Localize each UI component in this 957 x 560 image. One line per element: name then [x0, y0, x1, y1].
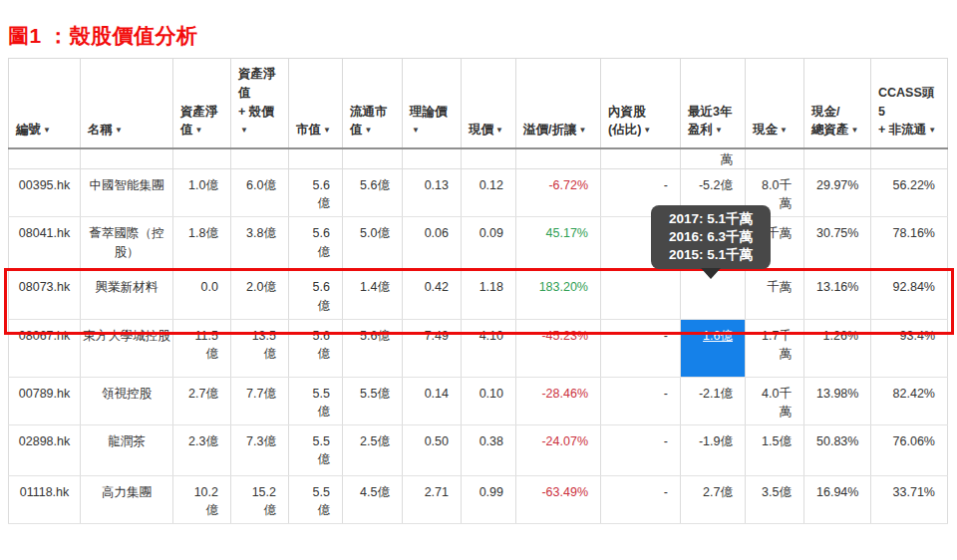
stock-code-cell: 01118.hk	[9, 475, 81, 523]
ccass-top5-cell: 76.06%	[871, 424, 948, 475]
column-header-float_mcap[interactable]: 流通市 值▼	[343, 59, 403, 149]
float-market-cap-cell: 5.5億	[343, 377, 403, 424]
sort-arrow-icon: ▼	[43, 126, 51, 135]
profit-3yr-cell[interactable]: 2.7億	[681, 475, 746, 523]
partial-cell	[804, 148, 871, 169]
column-header-domestic[interactable]: 內資股 (佔比)▼	[601, 59, 681, 149]
partial-cell	[601, 148, 681, 169]
market-cap-cell: 5.6億	[289, 169, 343, 217]
nav-cell: 11.5億	[173, 319, 231, 377]
theoretical-price-cell: 0.13	[403, 169, 462, 217]
table-row: 00789.hk領視控股2.7億7.7億5.5億5.5億0.140.10-28.…	[9, 377, 948, 424]
nav-plus-shell-cell: 2.0億	[231, 271, 289, 319]
cash-to-assets-cell: 29.97%	[804, 169, 871, 217]
partial-cell	[462, 148, 516, 169]
nav-cell: 10.2億	[173, 475, 231, 523]
ccass-top5-cell: 33.71%	[871, 475, 948, 523]
column-header-price[interactable]: 現價▼	[462, 59, 516, 149]
nav-plus-shell-cell: 7.3億	[231, 424, 289, 475]
float-market-cap-cell: 1.4億	[343, 271, 403, 319]
stock-code-cell: 00395.hk	[9, 169, 81, 217]
partial-cell	[81, 148, 173, 169]
shell-stock-table: 編號▼名稱▼資產淨 值▼資產淨 值 + 殼價▼市值▼流通市 值▼理論價▼現價▼溢…	[8, 58, 948, 524]
sort-arrow-icon: ▼	[780, 126, 788, 135]
shell-stock-analysis-page: { "title": "圖1 ：殼股價值分析", "sort_icon": "▼…	[0, 0, 957, 560]
cash-cell: 1.7千萬	[746, 319, 804, 377]
premium-discount-cell: -6.72%	[516, 169, 601, 217]
nav-cell: 1.0億	[173, 169, 231, 217]
nav-plus-shell-cell: 3.8億	[231, 217, 289, 271]
float-market-cap-cell: 5.6億	[343, 169, 403, 217]
column-header-nav_shell[interactable]: 資產淨 值 + 殼價▼	[231, 59, 289, 149]
sort-arrow-icon: ▼	[851, 126, 859, 135]
stock-code-cell: 02898.hk	[9, 424, 81, 475]
stock-code-cell: 00789.hk	[9, 377, 81, 424]
nav-plus-shell-cell: 13.5億	[231, 319, 289, 377]
partial-cell	[289, 148, 343, 169]
column-header-cash_ratio[interactable]: 現金/ 總資產▼	[804, 59, 871, 149]
float-market-cap-cell: 5.6億	[343, 319, 403, 377]
column-header-ccass[interactable]: CCASS頭5 + 非流通▼	[871, 59, 948, 149]
header-row: 編號▼名稱▼資產淨 值▼資產淨 值 + 殼價▼市值▼流通市 值▼理論價▼現價▼溢…	[9, 59, 948, 149]
profit-3yr-cell[interactable]: 1.6億	[681, 319, 746, 377]
sort-arrow-icon: ▼	[323, 126, 331, 135]
nav-plus-shell-cell: 7.7億	[231, 377, 289, 424]
cash-to-assets-cell: 16.94%	[804, 475, 871, 523]
column-header-code[interactable]: 編號▼	[9, 59, 81, 149]
premium-discount-cell: -24.07%	[516, 424, 601, 475]
theoretical-price-cell: 0.14	[403, 377, 462, 424]
stock-name-cell: 薈萃國際（控股）	[81, 217, 173, 271]
table-row: 01118.hk高力集團10.2億15.2億5.5億4.5億2.710.99-6…	[9, 475, 948, 523]
profit-value-link[interactable]: 1.6億	[703, 329, 733, 343]
market-cap-cell: 5.5億	[289, 424, 343, 475]
column-header-premium[interactable]: 溢價/折讓▼	[516, 59, 601, 149]
sort-arrow-icon: ▼	[365, 126, 373, 135]
column-header-nav[interactable]: 資產淨 值▼	[173, 59, 231, 149]
column-header-label: 溢價/折讓	[523, 123, 576, 137]
domestic-shares-cell: -	[601, 424, 681, 475]
column-header-label: 市值	[296, 123, 321, 137]
sort-arrow-icon: ▼	[240, 126, 248, 135]
column-header-theory[interactable]: 理論價▼	[403, 59, 462, 149]
ccass-top5-cell: 56.22%	[871, 169, 948, 217]
cash-to-assets-cell: 30.75%	[804, 217, 871, 271]
column-header-label: 內資股 (佔比)	[608, 105, 646, 138]
page-title: 圖1 ：殼股價值分析	[8, 22, 198, 50]
tooltip-line: 2015: 5.1千萬	[655, 246, 767, 264]
market-cap-cell: 5.5億	[289, 475, 343, 523]
market-cap-cell: 5.6億	[289, 217, 343, 271]
table-row: 00395.hk中國智能集團1.0億6.0億5.6億5.6億0.130.12-6…	[9, 169, 948, 217]
stock-code-cell: 08073.hk	[9, 271, 81, 319]
theoretical-price-cell: 0.50	[403, 424, 462, 475]
stock-name-cell: 興業新材料	[81, 271, 173, 319]
stock-name-cell: 龍潤茶	[81, 424, 173, 475]
partial-cell	[9, 148, 81, 169]
column-header-name[interactable]: 名稱▼	[81, 59, 173, 149]
ccass-top5-cell: 82.42%	[871, 377, 948, 424]
nav-cell: 2.3億	[173, 424, 231, 475]
cash-to-assets-cell: 13.16%	[804, 271, 871, 319]
column-header-profit[interactable]: 最近3年 盈利▼	[681, 59, 746, 149]
column-header-label: 編號	[16, 123, 41, 137]
stock-code-cell: 08041.hk	[9, 217, 81, 271]
column-header-mcap[interactable]: 市值▼	[289, 59, 343, 149]
tooltip-line: 2016: 6.3千萬	[655, 228, 767, 246]
profit-3yr-cell[interactable]: -2.1億	[681, 377, 746, 424]
stock-code-cell: 08067.hk	[9, 319, 81, 377]
sort-arrow-icon: ▼	[578, 126, 586, 135]
sort-arrow-icon: ▼	[495, 126, 503, 135]
domestic-shares-cell	[601, 271, 681, 319]
column-header-label: 名稱	[88, 123, 113, 137]
column-header-cash[interactable]: 現金▼	[746, 59, 804, 149]
ccass-top5-cell: 92.84%	[871, 271, 948, 319]
partial-cell	[871, 148, 948, 169]
current-price-cell: 1.18	[462, 271, 516, 319]
stock-name-cell: 東方大學城控股	[81, 319, 173, 377]
profit-history-tooltip: 2017: 5.1千萬 2016: 6.3千萬 2015: 5.1千萬	[651, 205, 771, 269]
premium-discount-cell: -28.46%	[516, 377, 601, 424]
cash-to-assets-cell: 1.26%	[804, 319, 871, 377]
cash-to-assets-cell: 13.98%	[804, 377, 871, 424]
column-header-label: 現價	[469, 123, 493, 137]
column-header-label: 資產淨 值 + 殼價	[238, 67, 276, 119]
profit-3yr-cell[interactable]: -1.9億	[681, 424, 746, 475]
